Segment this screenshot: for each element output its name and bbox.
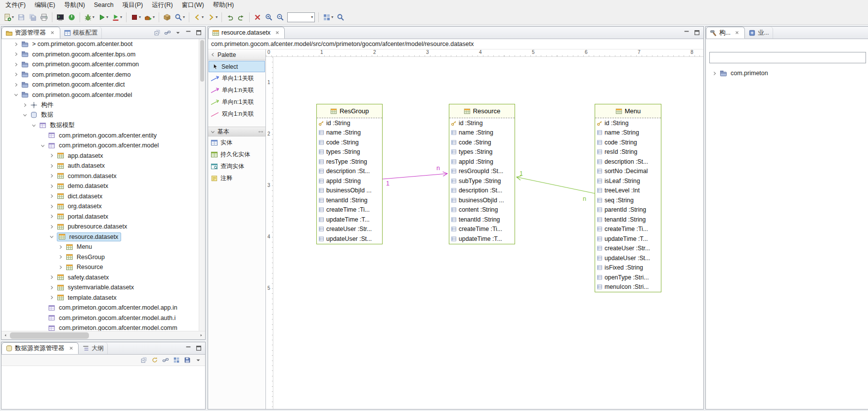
collapse-all-button[interactable]	[153, 28, 162, 37]
diagram-canvas[interactable]: 1nn1ResGroupid :Stringname :Stringcode :…	[273, 57, 703, 409]
tab-resource-explorer[interactable]: 资源管理器	[1, 27, 60, 39]
expander-icon[interactable]	[48, 223, 55, 230]
collapse-palette-icon[interactable]	[210, 52, 216, 57]
tree-item[interactable]: com.primeton.gocom.afcenter.model	[1, 140, 199, 151]
minimize-button[interactable]	[184, 28, 193, 37]
tree-item[interactable]: org.datasetx	[1, 201, 199, 212]
grid-button[interactable]	[172, 356, 181, 365]
scrollbar-thumb[interactable]	[10, 332, 89, 339]
entity-field[interactable]: seq :String	[595, 195, 661, 205]
entity-field[interactable]: businessObjId ...	[317, 186, 382, 196]
expander-icon[interactable]	[12, 51, 19, 58]
entity-field[interactable]: updateTime :T...	[595, 234, 661, 244]
entity-field[interactable]: code :String	[317, 137, 382, 147]
expander-icon[interactable]	[48, 152, 55, 159]
tree-item[interactable]: com.primeton	[707, 68, 868, 79]
layout-button[interactable]: ▾	[321, 11, 335, 23]
entity-field[interactable]: resId :String	[595, 147, 661, 157]
tree-item[interactable]: app.datasetx	[1, 151, 199, 161]
entity-field[interactable]: updateTime :T...	[317, 215, 382, 225]
view-menu-button[interactable]	[174, 28, 182, 37]
tree-item[interactable]: dict.datasetx	[1, 191, 199, 202]
scroll-right-button[interactable]	[197, 331, 205, 340]
tree-item[interactable]: com.primeton.gocom.afcenter.common	[1, 59, 199, 70]
palette-item-query-entity[interactable]: 查询实体	[209, 161, 265, 172]
horizontal-scrollbar[interactable]	[1, 331, 205, 339]
save-button[interactable]	[183, 356, 192, 365]
entity-field[interactable]: tenantId :String	[449, 215, 515, 225]
expander-icon[interactable]	[12, 81, 19, 88]
entity-field[interactable]: code :String	[449, 137, 515, 147]
zoom-in-button[interactable]	[263, 11, 274, 23]
menu-window[interactable]: 窗口(W)	[177, 0, 209, 10]
relation-menu-to-resource[interactable]	[517, 177, 595, 193]
tree-item[interactable]: com.primeton.gocom.afcenter.model.auth.i	[1, 313, 199, 323]
entity-field[interactable]: id :String	[449, 118, 515, 128]
tab-component-view[interactable]: 构...	[706, 27, 745, 39]
tree-item[interactable]: 构件	[1, 100, 199, 110]
scrollbar-thumb[interactable]	[200, 40, 204, 82]
entity-field[interactable]: updateUser :St...	[317, 234, 382, 244]
entity-field[interactable]: name :String	[317, 128, 382, 138]
tree-item[interactable]: com.primeton.gocom.afcenter.model.comm	[1, 323, 199, 331]
link-with-editor-button[interactable]	[163, 28, 172, 37]
console-button[interactable]	[55, 11, 66, 23]
tree-item[interactable]: com.primeton.gocom.afcenter.dict	[1, 80, 199, 90]
entity-field[interactable]: parentId :String	[595, 205, 661, 215]
zoom-out-button[interactable]	[275, 11, 286, 23]
entity-field[interactable]: types :String	[317, 147, 382, 157]
tree-item[interactable]: systemvariable.datasetx	[1, 282, 199, 293]
find-button[interactable]	[335, 11, 346, 23]
tree-item[interactable]: com.primeton.gocom.afcenter.demo	[1, 70, 199, 80]
coverage-button[interactable]: ▾	[110, 11, 124, 23]
menu-search[interactable]: Search	[89, 1, 118, 9]
relation-resgroup-to-resource[interactable]	[383, 174, 447, 179]
vertical-scrollbar[interactable]	[199, 39, 205, 331]
tree-item[interactable]: demo.datasetx	[1, 181, 199, 191]
entity-field[interactable]: businessObjId ...	[449, 195, 515, 205]
palette-item-entity[interactable]: 实体	[209, 137, 265, 148]
tab-template-config[interactable]: 模板配置	[60, 27, 102, 39]
scroll-track[interactable]	[9, 331, 197, 339]
collapse-all-button[interactable]	[139, 356, 148, 365]
palette-tool-one-to-one[interactable]: 单向1:1关联	[209, 73, 265, 84]
new-package-button[interactable]	[162, 11, 173, 23]
palette-section-basic[interactable]: 基本	[208, 127, 265, 137]
menu-file[interactable]: 文件(F)	[1, 0, 30, 10]
entity-field[interactable]: updateUser :St...	[595, 253, 661, 263]
save-button[interactable]	[16, 11, 27, 23]
tree-item[interactable]: com.primeton.gocom.afcenter.bps.om	[1, 49, 199, 60]
maximize-button[interactable]	[693, 28, 701, 37]
zoom-level-combo[interactable]: ▾	[287, 12, 315, 22]
close-icon[interactable]	[734, 29, 741, 37]
tree-item[interactable]: common.datasetx	[1, 171, 199, 182]
expander-icon[interactable]	[30, 122, 37, 129]
tree-item[interactable]: com.primeton.gocom.afcenter.model.app.in	[1, 303, 199, 313]
expander-icon[interactable]	[12, 61, 19, 68]
undo-button[interactable]	[224, 11, 235, 23]
entity-field[interactable]: types :String	[449, 147, 515, 157]
scroll-left-button[interactable]	[1, 331, 9, 340]
tree-item[interactable]: Resource	[1, 262, 199, 273]
entity-field[interactable]: treeLevel :Int	[595, 186, 661, 196]
save-all-button[interactable]	[27, 11, 38, 23]
entity-field[interactable]: openType :Stri...	[595, 273, 661, 282]
expander-icon[interactable]	[21, 101, 28, 108]
tree-item[interactable]: 数据模型	[1, 120, 199, 131]
tree-item[interactable]: resource.datasetx	[1, 232, 199, 242]
expander-icon[interactable]	[48, 203, 55, 210]
expander-icon[interactable]	[48, 284, 55, 291]
entity-field[interactable]: createTime :Ti...	[449, 225, 515, 234]
expander-icon[interactable]	[12, 91, 19, 98]
minimize-button[interactable]	[184, 344, 193, 353]
expander-icon[interactable]	[12, 71, 19, 78]
entity-Menu[interactable]: Menuid :Stringname :Stringcode :Stringre…	[595, 104, 661, 292]
tab-datasource-explorer[interactable]: 数据源资源管理器	[1, 342, 79, 354]
tab-business-view[interactable]: 业...	[745, 27, 773, 39]
tree-item[interactable]: ResGroup	[1, 252, 199, 263]
tree-item[interactable]: com.primeton.gocom.afcenter.entity	[1, 131, 199, 141]
entity-field[interactable]: createUser :Str...	[317, 225, 382, 234]
tree-item[interactable]: > com.primeton.gocom.afcenter.boot	[1, 39, 199, 49]
palette-select-tool[interactable]: Select	[209, 61, 265, 72]
redo-button[interactable]	[236, 11, 247, 23]
